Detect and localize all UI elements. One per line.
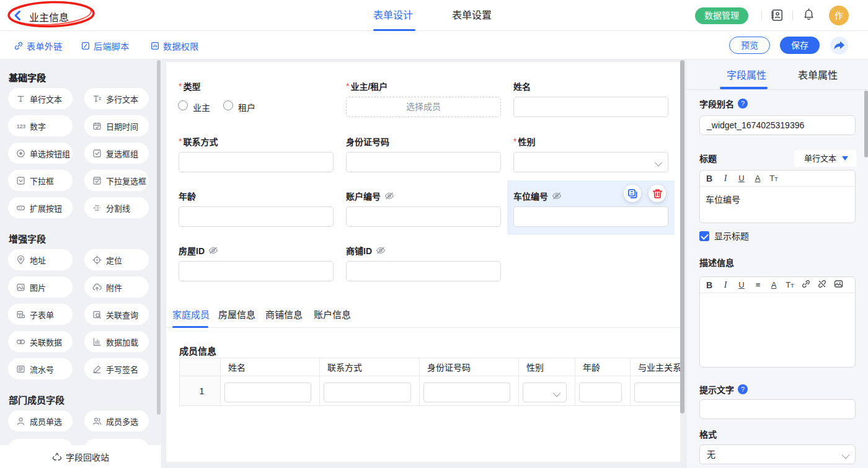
svg-text:123: 123 <box>17 123 25 130</box>
